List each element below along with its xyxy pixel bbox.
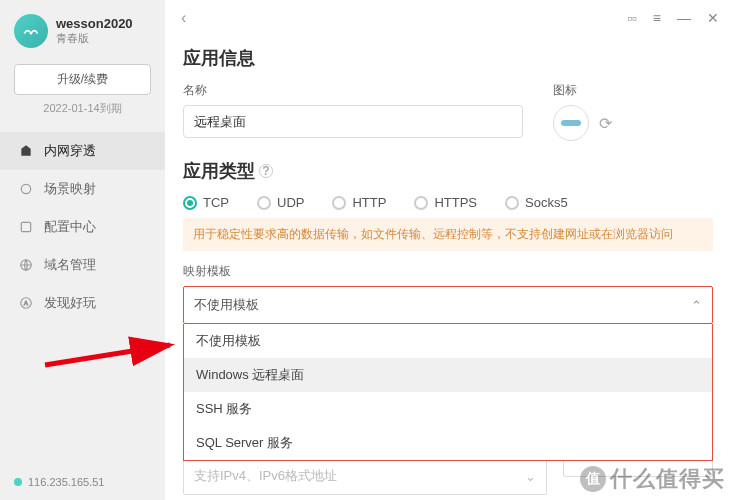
template-dropdown: 不使用模板 Windows 远程桌面 SSH 服务 SQL Server 服务: [183, 324, 713, 461]
sidebar-item-tunnel[interactable]: 内网穿透: [0, 132, 165, 170]
help-icon[interactable]: ?: [259, 164, 273, 178]
status-dot-icon: [14, 478, 22, 486]
template-select[interactable]: 不使用模板 ⌃: [183, 286, 713, 324]
grid-icon[interactable]: ▫▫: [627, 10, 637, 26]
name-input[interactable]: [183, 105, 523, 138]
svg-point-0: [21, 184, 30, 193]
sidebar-item-label: 配置中心: [44, 218, 96, 236]
template-option[interactable]: 不使用模板: [184, 324, 712, 358]
chevron-up-icon: ⌃: [691, 298, 702, 313]
template-option[interactable]: SQL Server 服务: [184, 426, 712, 460]
back-button[interactable]: ‹: [177, 9, 190, 27]
template-selected-value: 不使用模板: [194, 296, 259, 314]
ip-text: 116.235.165.51: [28, 476, 104, 488]
chevron-down-icon: ⌄: [525, 469, 536, 484]
annotation-arrow: [40, 310, 190, 370]
close-button[interactable]: ✕: [707, 10, 719, 26]
user-sub: 青春版: [56, 31, 133, 46]
discover-icon: A: [18, 295, 34, 311]
sidebar-item-label: 场景映射: [44, 180, 96, 198]
scene-icon: [18, 181, 34, 197]
domain-icon: [18, 257, 34, 273]
radio-http[interactable]: HTTP: [332, 195, 386, 210]
avatar: [14, 14, 48, 48]
sidebar-item-scene[interactable]: 场景映射: [0, 170, 165, 208]
sidebar: wesson2020 青春版 升级/续费 2022-01-14到期 内网穿透 场…: [0, 0, 165, 500]
svg-rect-1: [21, 222, 30, 231]
sidebar-item-label: 内网穿透: [44, 142, 96, 160]
template-option[interactable]: SSH 服务: [184, 392, 712, 426]
sidebar-item-config[interactable]: 配置中心: [0, 208, 165, 246]
minimize-button[interactable]: —: [677, 10, 691, 26]
svg-line-5: [45, 345, 170, 365]
section-info-title: 应用信息: [183, 46, 713, 70]
radio-tcp[interactable]: TCP: [183, 195, 229, 210]
expire-text: 2022-01-14到期: [0, 101, 165, 116]
ip-indicator: 116.235.165.51: [14, 476, 104, 488]
sidebar-item-domain[interactable]: 域名管理: [0, 246, 165, 284]
sidebar-item-label: 域名管理: [44, 256, 96, 274]
protocol-radio-group: TCP UDP HTTP HTTPS Socks5: [183, 195, 713, 210]
main-panel: ‹ ▫▫ ≡ — ✕ 应用信息 名称 图标 ⟳ 应用类型 ?: [165, 0, 731, 500]
host-input[interactable]: 支持IPv4、IPv6格式地址 ⌄: [183, 457, 547, 495]
icon-label: 图标: [553, 82, 713, 99]
radio-https[interactable]: HTTPS: [414, 195, 477, 210]
radio-udp[interactable]: UDP: [257, 195, 304, 210]
svg-text:A: A: [24, 300, 28, 306]
name-label: 名称: [183, 82, 523, 99]
user-block: wesson2020 青春版: [0, 0, 165, 58]
upgrade-button[interactable]: 升级/续费: [14, 64, 151, 95]
radio-socks5[interactable]: Socks5: [505, 195, 568, 210]
template-label: 映射模板: [183, 263, 713, 280]
config-icon: [18, 219, 34, 235]
protocol-hint: 用于稳定性要求高的数据传输，如文件传输、远程控制等，不支持创建网址或在浏览器访问: [183, 218, 713, 251]
refresh-icon[interactable]: ⟳: [599, 114, 612, 133]
menu-icon[interactable]: ≡: [653, 10, 661, 26]
user-name: wesson2020: [56, 16, 133, 31]
app-icon-preview[interactable]: [553, 105, 589, 141]
template-option[interactable]: Windows 远程桌面: [184, 358, 712, 392]
watermark: 值 什么值得买: [580, 464, 725, 494]
tunnel-icon: [18, 143, 34, 159]
topbar: ‹ ▫▫ ≡ — ✕: [165, 0, 731, 36]
section-type-title: 应用类型 ?: [183, 159, 713, 183]
